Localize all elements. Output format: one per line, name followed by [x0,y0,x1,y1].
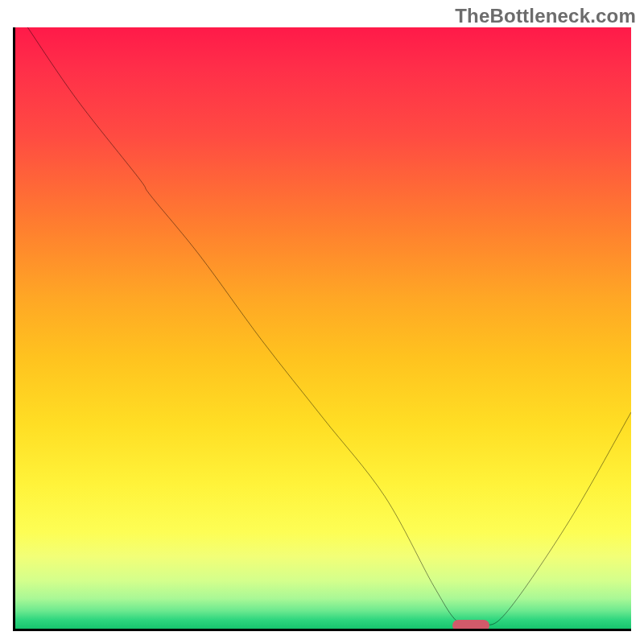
watermark-text: TheBottleneck.com [455,5,636,27]
sweet-spot-marker [452,620,489,631]
bottleneck-plot [13,27,631,631]
curve-svg [15,27,631,629]
bottleneck-curve-path [27,27,631,627]
stage: TheBottleneck.com [0,0,644,644]
